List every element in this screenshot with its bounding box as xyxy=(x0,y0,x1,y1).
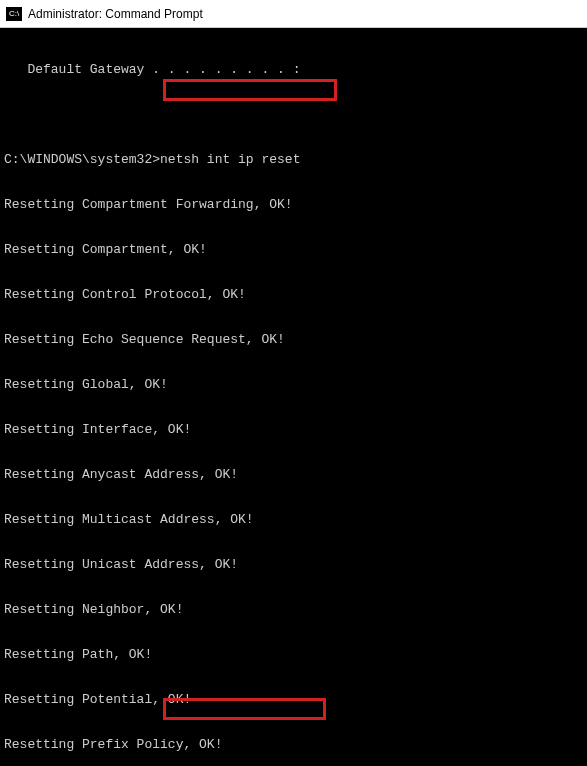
output-line: Resetting Multicast Address, OK! xyxy=(4,512,587,527)
terminal-wrapper: Default Gateway . . . . . . . . . : C:\W… xyxy=(0,28,587,766)
cmd-icon: C:\ xyxy=(6,7,22,21)
output-line: Resetting Compartment Forwarding, OK! xyxy=(4,197,587,212)
output-line: Resetting Neighbor, OK! xyxy=(4,602,587,617)
output-line: Resetting Compartment, OK! xyxy=(4,242,587,257)
output-line: Resetting Potential, OK! xyxy=(4,692,587,707)
output-line: Resetting Control Protocol, OK! xyxy=(4,287,587,302)
window-title: Administrator: Command Prompt xyxy=(28,7,203,21)
terminal-output[interactable]: Default Gateway . . . . . . . . . : C:\W… xyxy=(0,28,587,766)
output-line: Resetting Global, OK! xyxy=(4,377,587,392)
output-line xyxy=(4,107,587,122)
output-line: Resetting Path, OK! xyxy=(4,647,587,662)
window-title-bar: C:\ Administrator: Command Prompt xyxy=(0,0,587,28)
output-line: Resetting Unicast Address, OK! xyxy=(4,557,587,572)
output-line: Resetting Interface, OK! xyxy=(4,422,587,437)
output-line: Resetting Echo Sequence Request, OK! xyxy=(4,332,587,347)
output-line: Resetting Prefix Policy, OK! xyxy=(4,737,587,752)
output-line: Default Gateway . . . . . . . . . : xyxy=(4,62,587,77)
prompt-line: C:\WINDOWS\system32>netsh int ip reset xyxy=(4,152,587,167)
output-line: Resetting Anycast Address, OK! xyxy=(4,467,587,482)
